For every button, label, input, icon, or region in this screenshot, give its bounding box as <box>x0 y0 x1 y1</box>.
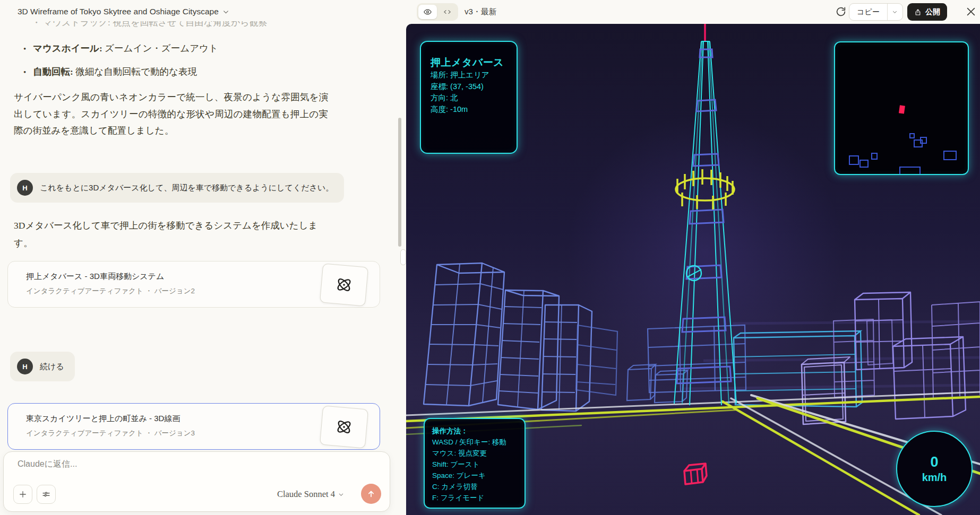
close-icon <box>965 6 977 18</box>
minimap-player-marker <box>899 105 905 114</box>
artifact-header: v3・最新 コピー 公開 <box>406 0 980 24</box>
artifact-card-title: 東京スカイツリーと押上の町並み - 3D線画 <box>26 414 180 424</box>
info-location: 場所: 押上エリア <box>431 69 507 81</box>
location-info-panel: 押上メタバース 場所: 押上エリア 座標: (37, -354) 方向: 北 高… <box>420 41 518 154</box>
copy-menu-button[interactable] <box>888 4 902 20</box>
controls-line: マウス: 視点変更 <box>432 448 517 459</box>
artifact-preview-tile <box>320 405 368 448</box>
bullet-marker: • <box>23 45 33 54</box>
version-label[interactable]: v3・最新 <box>465 7 497 17</box>
user-message-text: 続ける <box>40 362 64 372</box>
speedometer: 0 km/h <box>896 431 973 507</box>
chat-panel: 3D Wireframe of Tokyo Skytree and Oshiag… <box>0 0 406 515</box>
claude-app: 3D Wireframe of Tokyo Skytree and Oshiag… <box>0 0 980 515</box>
reply-input[interactable] <box>18 459 315 469</box>
model-name: Claude Sonnet 4 <box>277 489 335 500</box>
share-icon <box>914 8 922 16</box>
info-altitude: 高度: -10m <box>431 104 507 116</box>
user-message: H 続ける <box>10 352 75 381</box>
attach-button[interactable] <box>13 485 32 504</box>
speed-value: 0 <box>930 454 938 470</box>
sliders-icon <box>41 490 51 499</box>
info-panel-title: 押上メタバース <box>431 56 507 69</box>
controls-line: WASD / 矢印キー: 移動 <box>432 437 517 448</box>
preview-toggle-button[interactable] <box>418 5 437 19</box>
assistant-paragraph: サイバーパンク風の青いネオンカラーで統一し、夜景のような雰囲気を演出しています。… <box>14 89 328 139</box>
artifact-card-v2[interactable]: 押上メタバース - 3D車両移動システム インタラクティブアーティファクト ・ … <box>7 261 380 308</box>
minimap <box>834 41 969 175</box>
artifact-card-subtitle: インタラクティブアーティファクト ・ バージョン2 <box>26 286 195 296</box>
speed-unit: km/h <box>922 472 947 484</box>
artifact-card-title: 押上メタバース - 3D車両移動システム <box>26 272 164 282</box>
model-selector[interactable]: Claude Sonnet 4 <box>277 489 344 500</box>
controls-title: 操作方法： <box>432 425 517 437</box>
chevron-down-icon <box>222 8 229 15</box>
plus-icon <box>18 490 28 499</box>
refresh-icon <box>835 6 847 18</box>
close-artifact-button[interactable] <box>965 6 977 18</box>
controls-line: Shift: ブースト <box>432 459 517 470</box>
arrow-up-icon <box>366 489 376 499</box>
code-icon <box>443 7 452 16</box>
bullet-marker: • <box>23 68 33 77</box>
message-composer: Claude Sonnet 4 <box>3 451 390 512</box>
artifact-panel: v3・最新 コピー 公開 <box>406 0 980 515</box>
preview-code-toggle <box>417 3 458 21</box>
list-item: •マウスホイール: ズームイン・ズームアウト <box>23 42 218 55</box>
copy-split-button: コピー <box>849 3 903 21</box>
refresh-button[interactable] <box>835 6 847 18</box>
user-avatar: H <box>17 180 33 196</box>
metaverse-viewport[interactable]: 押上メタバース 場所: 押上エリア 座標: (37, -354) 方向: 北 高… <box>406 24 980 515</box>
send-button[interactable] <box>361 484 381 504</box>
controls-help-panel: 操作方法： WASD / 矢印キー: 移動 マウス: 視点変更 Shift: ブ… <box>424 418 526 509</box>
list-item: •自動回転: 微細な自動回転で動的な表現 <box>23 65 197 78</box>
user-avatar: H <box>17 359 33 374</box>
chevron-down-icon <box>892 9 898 15</box>
conversation-title[interactable]: 3D Wireframe of Tokyo Skytree and Oshiag… <box>18 7 229 16</box>
chat-scrollbar[interactable] <box>398 118 401 247</box>
controls-line: C: カメラ切替 <box>432 481 517 492</box>
controls-line: Space: ブレーキ <box>432 470 517 481</box>
tools-button[interactable] <box>37 485 56 504</box>
minimap-buildings <box>849 134 956 174</box>
atom-icon <box>333 274 354 295</box>
player-car <box>684 464 707 484</box>
artifact-preview-tile <box>320 263 368 306</box>
eye-icon <box>423 7 432 16</box>
user-message-text: これをもとに3Dメタバース化して、周辺を車で移動できるようにしてください。 <box>40 183 333 193</box>
info-coordinates: 座標: (37, -354) <box>431 81 507 93</box>
artifact-card-v3[interactable]: 東京スカイツリーと押上の町並み - 3D線画 インタラクティブアーティファクト … <box>7 403 380 450</box>
artifact-card-subtitle: インタラクティブアーティファクト ・ バージョン3 <box>26 429 195 438</box>
atom-icon <box>333 416 354 437</box>
minimap-canvas <box>835 42 968 174</box>
chevron-down-icon <box>338 492 344 497</box>
buildings-left <box>424 263 592 411</box>
user-message: H これをもとに3Dメタバース化して、周辺を車で移動できるようにしてください。 <box>10 173 344 203</box>
assistant-reply: 3Dメタバース化して車で押上の街を移動できるシステムを作成いたします。 <box>14 217 332 252</box>
conversation-title-text: 3D Wireframe of Tokyo Skytree and Oshiag… <box>18 7 219 16</box>
code-toggle-button[interactable] <box>438 5 457 19</box>
publish-label: 公開 <box>925 7 940 17</box>
copy-button[interactable]: コピー <box>849 4 887 20</box>
controls-line: F: フライモード <box>432 492 517 503</box>
clipped-scrolled-text: ・ マウスドラッグ: 視点を回転させて自由な角度から観察 <box>32 21 361 30</box>
panel-resize-handle[interactable] <box>400 249 406 265</box>
info-direction: 方向: 北 <box>431 92 507 104</box>
publish-button[interactable]: 公開 <box>907 3 947 21</box>
